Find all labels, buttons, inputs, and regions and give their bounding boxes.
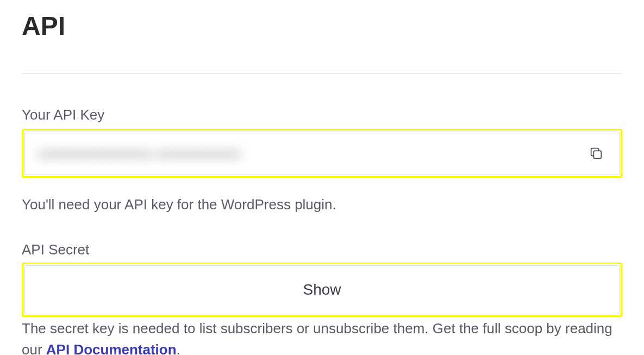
section-divider <box>22 73 622 74</box>
show-button-label: Show <box>303 281 341 298</box>
api-secret-help-text: The secret key is needed to list subscri… <box>22 318 622 355</box>
page-title: API <box>22 11 622 41</box>
show-api-secret-button[interactable]: Show <box>24 265 620 314</box>
api-key-value: xxxxxxxxxxxxxxx-xxxxxxxxxxx <box>38 145 241 162</box>
api-secret-label: API Secret <box>22 241 622 258</box>
api-key-label: Your API Key <box>22 107 622 123</box>
api-secret-help-suffix: . <box>177 341 180 355</box>
api-key-highlight: xxxxxxxxxxxxxxx-xxxxxxxxxxx <box>22 129 622 178</box>
copy-icon[interactable] <box>586 144 606 163</box>
svg-rect-0 <box>593 151 601 158</box>
api-secret-highlight: Show <box>22 263 622 317</box>
api-documentation-link[interactable]: API Documentation <box>46 341 177 355</box>
api-key-help-text: You'll need your API key for the WordPre… <box>22 194 622 215</box>
api-key-input-box[interactable]: xxxxxxxxxxxxxxx-xxxxxxxxxxx <box>24 132 620 175</box>
